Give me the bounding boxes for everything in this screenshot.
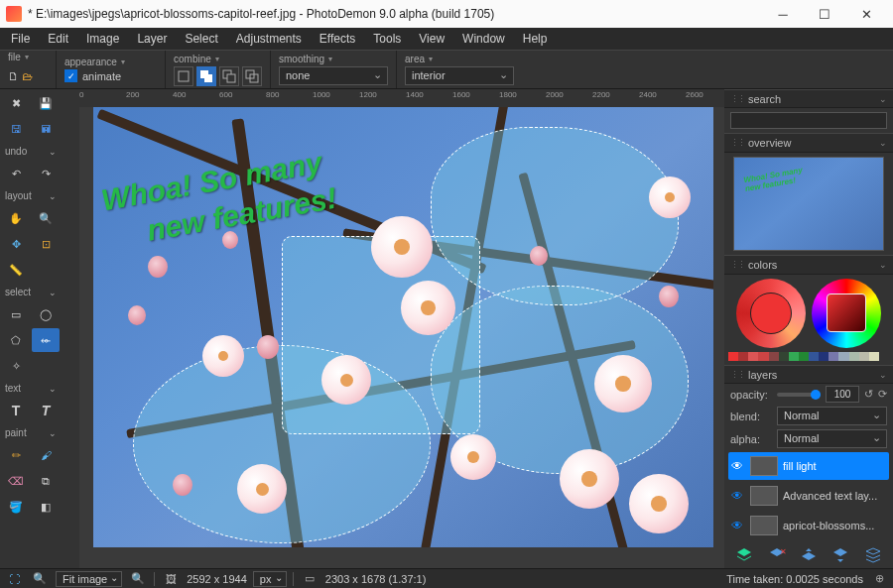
menu-image[interactable]: Image — [79, 30, 126, 48]
combine-intersect[interactable] — [242, 66, 262, 86]
clone-tool[interactable]: ⧉ — [32, 469, 60, 493]
select-section[interactable]: select — [0, 284, 62, 300]
menu-help[interactable]: Help — [516, 30, 555, 48]
overview-panel-header[interactable]: ⋮⋮overview⌄ — [724, 133, 893, 152]
color-wheel-shades[interactable] — [736, 279, 806, 348]
layer-add-icon[interactable] — [735, 546, 753, 564]
swatch[interactable] — [819, 352, 829, 362]
menu-adjustments[interactable]: Adjustments — [229, 30, 309, 48]
ellipse-select-tool[interactable]: ◯ — [32, 302, 60, 326]
messages-icon[interactable]: ⊕ — [869, 571, 889, 587]
undo-section[interactable]: undo — [0, 143, 62, 160]
eraser-tool[interactable]: ⌫ — [2, 469, 30, 493]
layer-item[interactable]: 👁Advanced text lay... — [728, 482, 889, 510]
menu-edit[interactable]: Edit — [41, 30, 75, 48]
hand-tool[interactable]: ✋ — [2, 206, 30, 230]
image-document[interactable]: Whoa! So many new features! — [93, 107, 713, 547]
layers-panel-header[interactable]: ⋮⋮layers⌄ — [724, 365, 893, 384]
color-wheel-hue[interactable] — [812, 279, 881, 348]
visibility-icon[interactable]: 👁 — [731, 459, 745, 473]
redo-icon[interactable]: ↷ — [32, 162, 60, 185]
poly-select-tool[interactable]: ⬠ — [2, 328, 30, 352]
swatch[interactable] — [809, 352, 819, 362]
advanced-text-tool[interactable]: T — [32, 399, 60, 422]
opt-appearance-header[interactable]: appearance — [64, 57, 157, 67]
zoom-select[interactable]: Fit image — [56, 571, 122, 587]
save-copy-icon[interactable]: 🖫 — [2, 117, 30, 141]
maximize-button[interactable]: ☐ — [804, 0, 845, 28]
save-as-icon[interactable]: 🖬 — [32, 117, 60, 141]
opacity-reset-icon[interactable]: ↺ — [864, 388, 873, 401]
menu-select[interactable]: Select — [178, 30, 224, 48]
text-section[interactable]: text — [0, 380, 62, 397]
menu-window[interactable]: Window — [455, 30, 512, 48]
rect-select-tool[interactable]: ▭ — [2, 302, 30, 326]
minimize-button[interactable]: ─ — [762, 0, 804, 28]
pencil-tool[interactable]: ✏ — [2, 443, 30, 467]
open-file-icon[interactable]: 🗁 — [22, 64, 33, 88]
move-tool[interactable]: ✥ — [2, 232, 30, 256]
zoom-in-icon[interactable]: 🔍 — [128, 571, 148, 587]
color-swatches[interactable] — [728, 352, 889, 362]
layout-section[interactable]: layout — [0, 187, 62, 204]
swatch[interactable] — [728, 352, 738, 362]
brush-tool[interactable]: 🖌 — [32, 443, 60, 467]
zoom-out-icon[interactable]: 🔍 — [30, 571, 50, 587]
paint-section[interactable]: paint — [0, 424, 62, 441]
opacity-slider[interactable] — [777, 393, 821, 397]
swatch[interactable] — [859, 352, 869, 362]
layer-down-icon[interactable] — [831, 546, 849, 564]
colors-panel-header[interactable]: ⋮⋮colors⌄ — [724, 255, 893, 274]
menu-effects[interactable]: Effects — [313, 30, 362, 48]
search-input[interactable] — [730, 112, 887, 129]
fit-screen-icon[interactable]: ⛶ — [4, 571, 24, 587]
menu-file[interactable]: File — [4, 30, 37, 48]
swatch[interactable] — [829, 352, 838, 362]
area-select[interactable]: interior — [405, 66, 514, 85]
unit-select[interactable]: px — [253, 571, 287, 587]
menu-view[interactable]: View — [412, 30, 451, 48]
smoothing-select[interactable]: none — [279, 66, 388, 85]
lasso-select-tool[interactable]: ⬰ — [32, 328, 60, 352]
zoom-tool[interactable]: 🔍 — [32, 206, 60, 230]
search-panel-header[interactable]: ⋮⋮search⌄ — [724, 89, 893, 108]
fill-tool[interactable]: 🪣 — [2, 495, 30, 519]
layer-merge-icon[interactable] — [864, 546, 882, 564]
opacity-link-icon[interactable]: ⟳ — [878, 388, 887, 401]
swatch[interactable] — [879, 352, 889, 362]
text-tool[interactable]: T — [2, 399, 30, 422]
swatch[interactable] — [789, 352, 799, 362]
combine-subtract[interactable] — [219, 66, 239, 86]
swatch[interactable] — [799, 352, 809, 362]
save-icon[interactable]: 💾 — [32, 91, 60, 115]
swatch[interactable] — [849, 352, 859, 362]
layer-delete-icon[interactable]: ✕ — [768, 546, 786, 564]
swatch[interactable] — [779, 352, 789, 362]
layer-item[interactable]: 👁fill light — [728, 452, 889, 480]
blend-select[interactable]: Normal — [777, 407, 887, 425]
visibility-icon[interactable]: 👁 — [731, 489, 745, 503]
alpha-select[interactable]: Normal — [777, 429, 887, 448]
swatch[interactable] — [758, 352, 768, 362]
opt-file-header[interactable]: file — [8, 52, 48, 62]
swatch[interactable] — [748, 352, 758, 362]
swatch[interactable] — [869, 352, 879, 362]
close-icon[interactable]: ✖ — [2, 91, 30, 115]
combine-add[interactable] — [196, 66, 216, 86]
opt-combine-header[interactable]: combine — [174, 54, 262, 64]
layer-up-icon[interactable] — [800, 546, 818, 564]
swatch[interactable] — [838, 352, 848, 362]
animate-checkbox[interactable]: ✓animate — [64, 69, 121, 82]
canvas[interactable]: Whoa! So many new features! — [79, 107, 724, 568]
opt-area-header[interactable]: area — [405, 54, 514, 64]
opacity-value[interactable]: 100 — [826, 386, 859, 403]
measure-tool[interactable]: 📏 — [2, 258, 30, 282]
visibility-icon[interactable]: 👁 — [731, 519, 745, 532]
overview-thumbnail[interactable]: Whoa! So manynew features! — [733, 157, 884, 252]
gradient-tool[interactable]: ◧ — [32, 495, 60, 519]
layer-item[interactable]: 👁apricot-blossoms... — [728, 512, 889, 539]
menu-layer[interactable]: Layer — [130, 30, 174, 48]
undo-icon[interactable]: ↶ — [2, 162, 30, 185]
swatch[interactable] — [738, 352, 748, 362]
combine-replace[interactable] — [174, 66, 193, 86]
